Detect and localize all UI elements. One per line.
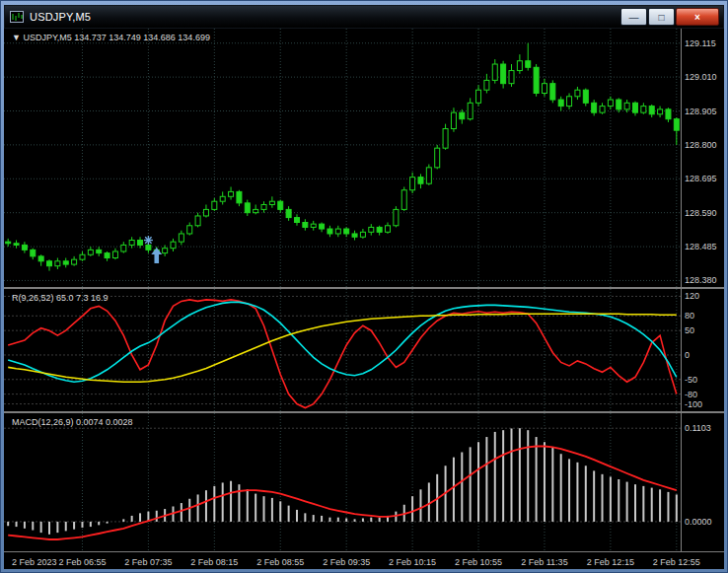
title-bar[interactable]: USDJPY,M5 — □ × — [4, 5, 724, 29]
close-button[interactable]: × — [676, 8, 719, 26]
time-axis-label: 2 Feb 12:15 — [587, 557, 634, 567]
vertical-grid — [82, 289, 676, 411]
axis-label: -80 — [685, 390, 697, 399]
axis-label: 50 — [685, 325, 694, 335]
chart-client-area: 129.115129.010128.905128.800128.695128.5… — [4, 29, 724, 569]
macd-signal-line — [8, 447, 677, 540]
time-axis-label: 2 Feb 10:15 — [389, 557, 436, 567]
axis-label: 128.695 — [685, 174, 717, 183]
time-axis-label: 2 Feb 08:15 — [190, 557, 238, 567]
axis-label: 0.0000 — [685, 517, 712, 527]
oscillator-canvas[interactable]: 12080500-50-80-100 — [4, 289, 724, 411]
axis-label: 128.800 — [685, 140, 717, 150]
axis-label: 128.485 — [685, 242, 717, 251]
horizontal-grid — [4, 43, 681, 281]
axis-label: -100 — [685, 399, 702, 409]
time-axis-label: 2 Feb 06:55 — [58, 557, 106, 567]
time-axis-label: 2 Feb 08:55 — [256, 557, 304, 567]
price-chart-canvas[interactable]: 129.115129.010128.905128.800128.695128.5… — [4, 29, 724, 287]
axis-label: 128.905 — [685, 107, 717, 116]
time-axis-label: 2 Feb 09:35 — [323, 557, 370, 567]
macd-canvas[interactable]: 0.11030.0000 — [4, 413, 724, 551]
time-axis-label: 2 Feb 11:35 — [521, 557, 567, 567]
price-chart-panel[interactable]: 129.115129.010128.905128.800128.695128.5… — [4, 29, 724, 287]
close-glyph: × — [694, 12, 700, 23]
level-lines — [4, 428, 681, 522]
axis-label: 129.010 — [685, 72, 717, 82]
vertical-grid — [82, 413, 676, 551]
maximize-glyph: □ — [658, 12, 664, 23]
time-axis[interactable]: 2 Feb 20232 Feb 06:552 Feb 07:352 Feb 08… — [4, 551, 724, 569]
axis-label: 0.1103 — [685, 423, 711, 433]
buy-arrow-marker — [151, 248, 162, 263]
axis-label: 129.115 — [685, 38, 716, 48]
oscillator-panel[interactable]: 12080500-50-80-100 R(9,26,52) 65.0 7.3 1… — [4, 289, 724, 411]
ohlc-header: ▼ USDJPY,M5 134.737 134.749 134.686 134.… — [12, 33, 210, 42]
axis-label: -50 — [685, 375, 697, 385]
oscillator-label: R(9,26,52) 65.0 7.3 16.9 — [12, 293, 109, 303]
axis-label: 128.590 — [685, 208, 717, 218]
axis-label: 120 — [685, 291, 699, 301]
macd-histogram — [8, 428, 677, 535]
macd-label: MACD(12,26,9) 0.0074 0.0028 — [12, 417, 133, 427]
window-controls: — □ × — [619, 8, 719, 26]
window-title: USDJPY,M5 — [30, 11, 91, 23]
time-axis-label: 2 Feb 2023 — [12, 557, 57, 567]
maximize-button[interactable]: □ — [648, 8, 675, 26]
macd-panel[interactable]: 0.11030.0000 MACD(12,26,9) 0.0074 0.0028 — [4, 413, 724, 551]
minimize-glyph: — — [629, 12, 639, 23]
minimize-button[interactable]: — — [620, 8, 647, 26]
axis-label: 80 — [685, 311, 694, 321]
chart-window: USDJPY,M5 — □ × 129.115129.010128.905128… — [0, 0, 728, 573]
axis-label: 0 — [685, 350, 690, 360]
time-axis-label: 2 Feb 07:35 — [124, 557, 172, 567]
axis-label: 128.380 — [685, 275, 717, 285]
chart-window-icon — [10, 11, 24, 23]
time-axis-label: 2 Feb 12:55 — [653, 557, 700, 567]
series-slow-yellow — [8, 314, 677, 382]
time-axis-label: 2 Feb 10:55 — [455, 557, 502, 567]
